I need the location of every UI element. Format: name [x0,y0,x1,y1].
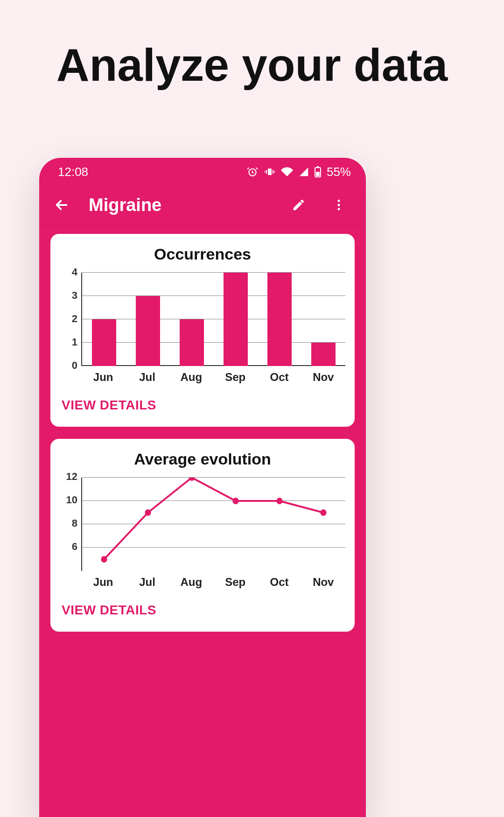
svg-point-11 [338,208,340,210]
svg-point-13 [145,509,151,516]
occurrences-card: Occurrences 43210 JunJulAugSepOctNov VIE… [50,234,355,427]
x-tick: Aug [169,576,213,589]
svg-rect-1 [268,169,272,175]
svg-point-16 [276,498,282,504]
bar [311,343,336,366]
bar-slot [258,273,301,366]
battery-percent: 55% [327,165,351,179]
x-tick: Jun [81,576,125,589]
svg-rect-3 [273,170,273,174]
avg-evolution-card: Average evolution 681012 JunJulAugSepOct… [50,439,355,632]
x-tick: Sep [213,576,257,589]
bar [92,319,116,366]
y-tick: 6 [72,541,77,553]
y-axis: 681012 [60,478,81,571]
bar-slot [170,273,214,366]
x-tick: Nov [301,576,345,589]
alarm-icon [246,166,259,178]
app-bar: Migraine [39,186,366,224]
svg-rect-2 [266,170,267,174]
page-title: Analyze your data [0,0,504,91]
x-tick: Sep [213,371,257,384]
x-tick: Oct [257,371,301,384]
svg-point-9 [338,200,340,202]
bar [180,319,204,366]
back-button[interactable] [49,192,75,218]
y-axis: 43210 [60,273,81,366]
vibrate-icon [264,166,275,177]
line-series [82,478,345,571]
svg-point-10 [338,204,340,206]
plot-area [81,273,345,366]
bar-slot [126,273,170,366]
svg-rect-4 [265,171,266,173]
more-menu-button[interactable] [326,192,352,218]
x-tick: Jul [125,576,169,589]
y-tick: 10 [66,494,77,506]
x-tick: Jun [81,371,125,384]
bar [224,273,248,366]
content-area: Occurrences 43210 JunJulAugSepOctNov VIE… [39,224,366,632]
plot-area [81,478,345,571]
view-details-button[interactable]: VIEW DETAILS [60,398,345,413]
svg-point-15 [232,498,238,504]
line-chart: 681012 [60,478,345,571]
bar-slot [214,273,258,366]
bar-slot [301,273,345,366]
svg-rect-7 [316,172,320,176]
phone-frame: 12:08 55% Migraine [39,158,366,817]
svg-rect-8 [317,166,319,168]
card-title: Occurrences [60,245,345,263]
view-details-button[interactable]: VIEW DETAILS [60,603,345,618]
bars [82,273,345,366]
card-title: Average evolution [60,450,345,468]
x-tick: Oct [257,576,301,589]
status-time: 12:08 [58,165,88,179]
edit-button[interactable] [286,192,312,218]
wifi-icon [281,166,293,178]
svg-rect-5 [274,171,275,173]
x-axis: JunJulAugSepOctNov [81,576,345,589]
svg-point-12 [101,556,107,563]
x-axis: JunJulAugSepOctNov [81,371,345,384]
y-tick: 8 [72,517,77,529]
x-tick: Aug [169,371,213,384]
status-right: 55% [246,165,351,179]
svg-point-17 [320,509,326,516]
bar [136,296,160,366]
y-tick: 12 [66,471,77,483]
screen-title: Migraine [89,195,272,215]
bar-chart: 43210 [60,273,345,366]
x-tick: Nov [301,371,345,384]
bar [267,273,292,366]
status-bar: 12:08 55% [39,158,366,186]
battery-icon [315,166,321,177]
bar-slot [82,273,126,366]
signal-icon [299,167,309,177]
x-tick: Jul [125,371,169,384]
